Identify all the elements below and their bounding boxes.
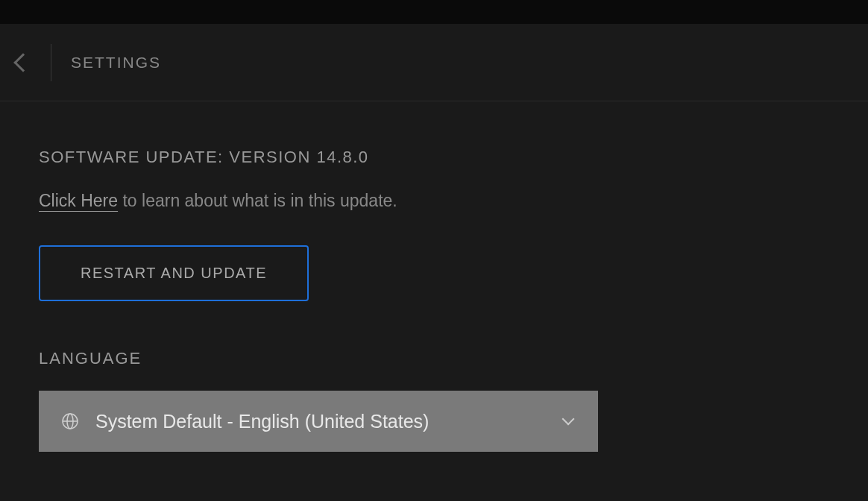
language-select[interactable]: System Default - English (United States) (39, 391, 598, 452)
language-heading: LANGUAGE (39, 349, 829, 368)
restart-and-update-button[interactable]: RESTART AND UPDATE (39, 245, 309, 301)
software-update-heading: SOFTWARE UPDATE: VERSION 14.8.0 (39, 148, 829, 167)
globe-icon (61, 412, 79, 430)
page-title: SETTINGS (71, 54, 161, 72)
software-update-description: Click Here to learn about what is in thi… (39, 191, 829, 211)
top-bar (0, 0, 868, 24)
header-divider (51, 44, 51, 81)
header: SETTINGS (0, 24, 868, 101)
back-chevron-icon[interactable] (13, 53, 32, 72)
update-info-link[interactable]: Click Here (39, 191, 118, 210)
content: SOFTWARE UPDATE: VERSION 14.8.0 Click He… (0, 101, 868, 452)
update-description-text: to learn about what is in this update. (118, 191, 397, 210)
language-selected-value: System Default - English (United States) (95, 411, 576, 432)
